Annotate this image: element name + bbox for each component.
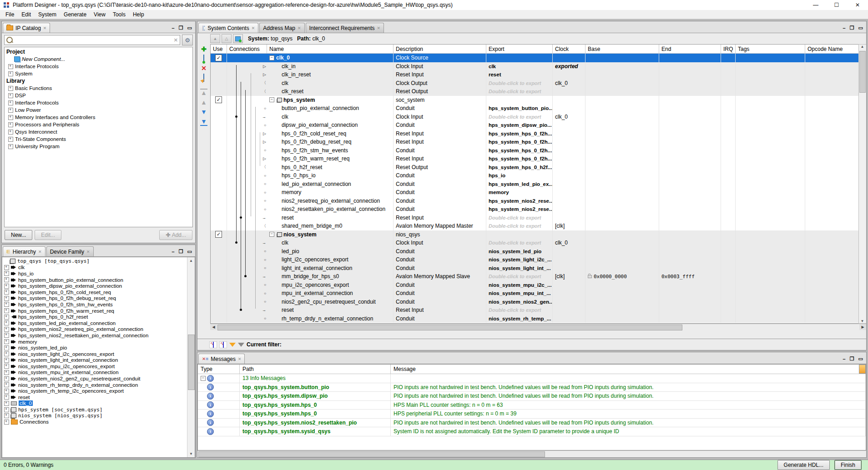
connections-cell[interactable]: 〈 — [227, 87, 267, 96]
message-row[interactable]: itop_qsys.hps_system.hps_0HPS Main PLL c… — [198, 401, 866, 410]
ip-tree-item[interactable]: Qsys Interconnect — [5, 128, 192, 135]
connections-cell[interactable]: ○ — [227, 171, 267, 180]
expand-icon[interactable] — [4, 382, 9, 387]
table-row[interactable]: →mm_bridge_for_hps_s0Avalon Memory Mappe… — [211, 272, 858, 281]
expand-icon[interactable] — [4, 302, 9, 307]
tab-system-contents[interactable]: ⣏ System Contents ✕ — [198, 23, 258, 33]
hierarchy-item[interactable]: hps_system_nios2_resetreq_pio_external_c… — [2, 326, 195, 333]
expand-icon[interactable] — [4, 296, 9, 301]
table-row[interactable]: ○nios2_resettaken_pio_external_connectio… — [211, 205, 858, 214]
export-name[interactable]: hps_system_nios2_rese... — [489, 198, 553, 204]
close-icon[interactable]: ✕ — [38, 250, 42, 254]
ip-tree-item[interactable]: New Component... — [5, 55, 192, 63]
column-header-tags[interactable]: Tags — [736, 45, 805, 53]
base-address[interactable]: 0x0000_0000 — [594, 274, 627, 280]
expand-icon[interactable] — [8, 144, 13, 149]
minimize-button[interactable]: — — [805, 0, 826, 10]
hierarchy-item[interactable]: hps_io — [2, 270, 195, 277]
export-name[interactable]: hps_system_nios2_rese... — [489, 206, 553, 212]
hierarchy-item[interactable]: nios_system_led_pio — [2, 345, 195, 351]
ip-tree-item[interactable]: System — [5, 70, 192, 77]
export-name[interactable]: hps_system_button_pio... — [489, 105, 553, 111]
minimize-panel-icon[interactable]: − — [843, 25, 845, 31]
hierarchy-item[interactable]: nios_system_light_int_external_connectio… — [2, 357, 195, 364]
move-up-button[interactable]: ▲ — [200, 99, 207, 106]
column-header-export[interactable]: Export — [486, 45, 553, 53]
hierarchy-item[interactable]: hps_system_dipsw_pio_external_connection — [2, 283, 195, 289]
tab-device-family[interactable]: Device Family ✕ — [46, 246, 94, 256]
menu-file[interactable]: File — [2, 10, 18, 19]
hierarchy-scrollbar[interactable]: ▲ ▼ — [187, 257, 195, 457]
export-name[interactable]: reset — [489, 72, 501, 77]
move-up-level-button[interactable]: ▲ — [210, 34, 220, 43]
table-row[interactable]: ▷hps_0_f2h_warm_reset_reqReset Inputhps_… — [211, 155, 858, 163]
ip-tree-item[interactable]: Basic Functions — [5, 85, 192, 92]
connections-cell[interactable]: 〈 — [227, 163, 267, 172]
column-header-message[interactable]: Message — [391, 365, 866, 374]
close-icon[interactable]: ✕ — [252, 26, 255, 30]
column-header-description[interactable]: Description — [394, 45, 486, 53]
export-name[interactable]: hps_io — [489, 173, 505, 178]
table-hscrollbar[interactable]: ◀ ▶ — [210, 324, 866, 330]
maximize-button[interactable]: ☐ — [826, 0, 847, 10]
ip-search-box[interactable]: ✕ — [4, 35, 180, 45]
export-name[interactable]: nios_system_light_i2c_... — [489, 257, 552, 262]
tab-hierarchy[interactable]: ⋿ Hierarchy ✕ — [3, 246, 45, 256]
column-header-connections[interactable]: Connections — [227, 45, 267, 53]
message-row[interactable]: itop_qsys.hps_system.hps_0HPS peripheria… — [198, 410, 866, 419]
expand-icon[interactable] — [4, 345, 9, 350]
expand-icon[interactable] — [8, 93, 13, 98]
ip-tree-item[interactable]: Interface Protocols — [5, 99, 192, 106]
hierarchy-item[interactable]: hps_system_hps_0_f2h_warm_reset_req — [2, 308, 195, 314]
table-row[interactable]: ○dipsw_pio_external_connectionConduithps… — [211, 121, 858, 130]
hierarchy-item[interactable]: nios_system_mpu_int_external_connection — [2, 370, 195, 376]
float-panel-icon[interactable]: ❐ — [179, 25, 183, 31]
expand-icon[interactable] — [4, 420, 9, 425]
table-row[interactable]: ○nios2_resetreq_pio_external_connectionC… — [211, 197, 858, 205]
hierarchy-item[interactable]: nios_system_rh_temp_drdy_n_external_conn… — [2, 382, 195, 388]
export-name[interactable]: nios_system_mpu_i2c_... — [489, 282, 552, 288]
connections-cell[interactable]: → — [227, 306, 267, 315]
export-name[interactable]: hps_system_hps_0_f2h... — [489, 139, 552, 145]
move-up-button[interactable]: △ — [222, 34, 232, 43]
filter-icon[interactable] — [229, 343, 236, 347]
close-icon[interactable]: ✕ — [377, 26, 381, 30]
expand-icon[interactable] — [4, 277, 9, 282]
new-component-button[interactable]: New... — [5, 230, 32, 240]
expand-icon[interactable] — [4, 333, 9, 338]
ip-tree-item[interactable]: Tri-State Components — [5, 135, 192, 143]
connections-cell[interactable]: ○ — [227, 298, 267, 306]
table-row[interactable]: 〈clkClock OutputDouble-click to exportcl… — [211, 79, 858, 88]
expand-icon[interactable] — [4, 320, 9, 325]
expand-icon[interactable] — [4, 358, 9, 363]
expand-icon[interactable] — [4, 351, 9, 356]
export-hint[interactable]: Double-click to export — [489, 114, 541, 120]
scrollbar-thumb[interactable] — [217, 325, 682, 330]
tab-messages[interactable]: ✕≡ Messages ✕ — [198, 354, 245, 364]
connections-cell[interactable]: 〈 — [227, 79, 267, 88]
move-to-top-button[interactable]: ▲ — [200, 89, 207, 96]
expand-icon[interactable] — [4, 413, 9, 418]
export-hint[interactable]: Double-click to export — [489, 240, 541, 245]
expand-icon[interactable] — [4, 271, 9, 276]
column-header-name[interactable]: Name — [267, 45, 394, 53]
connections-cell[interactable]: ▷ — [227, 70, 267, 79]
edit-button[interactable] — [200, 75, 207, 81]
hierarchy-item[interactable]: reset — [2, 394, 195, 400]
hierarchy-item[interactable]: nios_system_light_i2c_opencores_export — [2, 351, 195, 357]
menu-generate[interactable]: Generate — [60, 10, 90, 19]
export-hint[interactable]: Double-click to export — [489, 223, 541, 229]
menu-view[interactable]: View — [90, 10, 109, 19]
tab-ip-catalog[interactable]: IP Catalog ✕ — [3, 23, 50, 33]
connections-cell[interactable] — [227, 54, 267, 62]
table-row[interactable]: →clkClock InputDouble-click to exportclk… — [211, 113, 858, 121]
scroll-down-icon[interactable]: ▼ — [859, 319, 866, 323]
close-icon[interactable]: ✕ — [43, 26, 47, 30]
hierarchy-item[interactable]: hps_system_hps_0_f2h_cold_reset_req — [2, 289, 195, 295]
connections-cell[interactable]: ○ — [227, 264, 267, 273]
expand-icon[interactable] — [8, 64, 13, 69]
table-row[interactable]: ○memoryConduitmemory — [211, 188, 858, 197]
export-name[interactable]: nios_system_rh_temp_... — [489, 316, 551, 321]
export-name[interactable]: hps_system_hps_0_f2h... — [489, 148, 552, 153]
collapse-icon[interactable] — [269, 55, 274, 60]
